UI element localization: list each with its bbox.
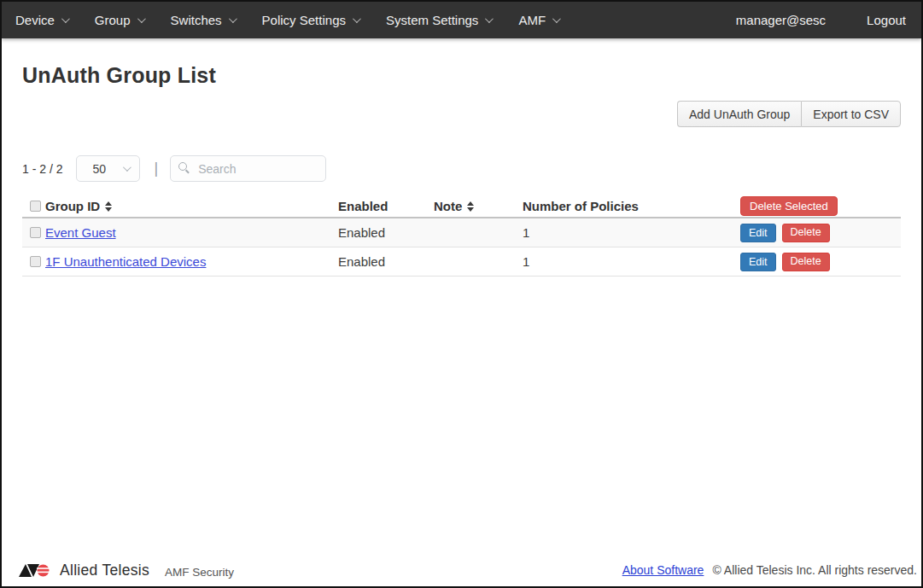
- page-title: UnAuth Group List: [22, 63, 901, 88]
- sort-desc-icon: [105, 207, 112, 212]
- chevron-down-icon: [485, 15, 494, 23]
- select-all-checkbox[interactable]: [30, 201, 41, 212]
- chevron-down-icon: [137, 15, 146, 23]
- nav-menu-label: Switches: [171, 13, 222, 27]
- chevron-down-icon: [229, 15, 237, 23]
- table-header-row: Group ID Enabled Note Number of Policies…: [22, 195, 901, 218]
- nav-menu-label: Policy Settings: [262, 13, 346, 27]
- group-link[interactable]: 1F Unauthenticated Devices: [45, 254, 206, 269]
- nav-menu-policy-settings[interactable]: Policy Settings: [262, 13, 359, 27]
- header-action-buttons: Add UnAuth Group Export to CSV: [677, 101, 901, 127]
- about-software-link[interactable]: About Software: [622, 563, 704, 577]
- policies-count: 1: [523, 254, 719, 269]
- nav-menu-label: AMF: [518, 13, 546, 27]
- delete-button[interactable]: Delete: [782, 224, 830, 242]
- top-navbar: Device Group Switches Policy Settings Sy…: [2, 2, 921, 38]
- nav-menu-system-settings[interactable]: System Settings: [386, 13, 491, 27]
- chevron-down-icon: [61, 15, 70, 23]
- page-size-value: 50: [92, 162, 106, 176]
- sort-icon[interactable]: [467, 201, 474, 212]
- search-box: [170, 155, 326, 182]
- nav-menu-label: Device: [15, 13, 55, 27]
- delete-selected-button[interactable]: Delete Selected: [740, 196, 838, 216]
- footer: Allied Telesis AMF Security About Softwa…: [2, 556, 921, 586]
- unauth-group-table: Group ID Enabled Note Number of Policies…: [22, 195, 901, 277]
- delete-button[interactable]: Delete: [782, 253, 830, 271]
- enabled-value: Enabled: [338, 254, 434, 269]
- list-toolbar: 1 - 2 / 2 50 |: [22, 155, 901, 182]
- nav-menu-label: System Settings: [386, 13, 478, 27]
- nav-menu-amf[interactable]: AMF: [518, 13, 558, 27]
- copyright-text: © Allied Telesis Inc. All rights reserve…: [712, 563, 917, 577]
- group-link[interactable]: Event Guest: [45, 225, 116, 240]
- column-header-enabled: Enabled: [338, 199, 388, 213]
- table-row: Event Guest Enabled 1 Edit Delete: [22, 218, 901, 247]
- nav-menu-device[interactable]: Device: [15, 13, 67, 27]
- product-name: AMF Security: [165, 562, 234, 579]
- toolbar-separator: |: [154, 160, 158, 178]
- sort-desc-icon: [467, 207, 474, 212]
- column-header-note[interactable]: Note: [434, 199, 462, 213]
- chevron-down-icon: [552, 15, 561, 23]
- table-row: 1F Unauthenticated Devices Enabled 1 Edi…: [22, 247, 901, 277]
- column-header-policies: Number of Policies: [523, 199, 639, 213]
- column-header-group-id[interactable]: Group ID: [45, 199, 100, 213]
- policies-count: 1: [523, 225, 719, 240]
- export-csv-button[interactable]: Export to CSV: [801, 101, 901, 127]
- row-checkbox[interactable]: [30, 227, 41, 238]
- enabled-value: Enabled: [338, 225, 434, 240]
- main-content: UnAuth Group List Add UnAuth Group Expor…: [2, 38, 921, 556]
- sort-asc-icon: [105, 201, 112, 206]
- logout-button[interactable]: Logout: [867, 13, 906, 27]
- sort-icon[interactable]: [105, 201, 112, 212]
- search-input[interactable]: [170, 155, 326, 182]
- nav-menu-group[interactable]: Group: [95, 13, 143, 27]
- edit-button[interactable]: Edit: [740, 224, 776, 242]
- logged-in-user: manager@sesc: [736, 13, 826, 27]
- chevron-down-icon: [123, 163, 131, 172]
- pagination-range: 1 - 2 / 2: [22, 162, 62, 176]
- allied-telesis-logo-icon: [19, 562, 53, 579]
- brand-name: Allied Telesis: [60, 562, 149, 579]
- add-unauth-group-button[interactable]: Add UnAuth Group: [677, 101, 801, 127]
- chevron-down-icon: [353, 15, 361, 23]
- search-icon: [178, 162, 187, 171]
- nav-menu-switches[interactable]: Switches: [171, 13, 235, 27]
- row-checkbox[interactable]: [30, 256, 41, 267]
- nav-menu-label: Group: [95, 13, 131, 27]
- page-size-select[interactable]: 50: [76, 155, 140, 182]
- edit-button[interactable]: Edit: [740, 253, 776, 271]
- sort-asc-icon: [467, 201, 474, 206]
